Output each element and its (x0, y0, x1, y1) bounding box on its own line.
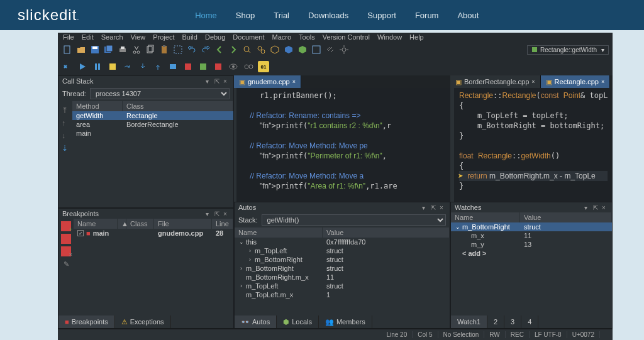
menu-tools[interactable]: Tools (299, 33, 315, 41)
dropdown-icon[interactable]: ▾ (422, 204, 428, 211)
editor-right[interactable]: Rectangle::Rectangle(const Point& topL {… (450, 88, 613, 202)
expand-icon[interactable]: ⌄ (238, 239, 244, 245)
stop-icon[interactable] (107, 61, 118, 72)
menu-debug[interactable]: Debug (205, 33, 225, 41)
cs-up-icon[interactable]: ↑ (62, 119, 69, 126)
disable-bp-icon[interactable] (197, 61, 209, 72)
step-into-icon[interactable] (137, 61, 148, 72)
autos-row[interactable]: ›m_BottomRightstruct (235, 264, 450, 273)
bp-edit-icon[interactable]: ✎ (61, 259, 71, 269)
toggle-bp-icon[interactable] (182, 61, 194, 72)
tab-autos[interactable]: 👓Autos (235, 315, 277, 328)
fullscreen-icon[interactable] (311, 44, 322, 55)
copy-icon[interactable] (145, 44, 156, 55)
callstack-row[interactable]: getWidthRectangle (72, 111, 233, 120)
menu-build[interactable]: Build (182, 33, 197, 41)
find-icon[interactable] (242, 44, 253, 55)
editor-tab[interactable]: ▣gnudemo.cpp × (234, 75, 301, 88)
checkbox-icon[interactable]: ✓ (77, 230, 84, 236)
editor-tab[interactable]: ▣BorderRectangle.cpp × (450, 75, 541, 88)
autos-row[interactable]: m_TopLeft.m_x1 (235, 290, 450, 299)
continue-icon[interactable] (77, 61, 88, 72)
watch-row[interactable]: ⌄m_BottomRightstruct (451, 222, 612, 231)
tab-members[interactable]: 👥Members (319, 315, 372, 328)
bp-add-icon[interactable]: + (61, 221, 71, 231)
menu-edit[interactable]: Edit (82, 33, 94, 41)
save-icon[interactable] (89, 44, 101, 55)
back-icon[interactable] (214, 44, 225, 55)
project-icon[interactable] (269, 44, 280, 55)
hex-icon[interactable]: 01 (258, 61, 269, 72)
expand-icon[interactable]: › (247, 248, 253, 254)
cut-icon[interactable] (131, 44, 142, 55)
autos-row[interactable]: ›m_TopLeftstruct (235, 246, 450, 255)
dropdown-icon[interactable]: ▾ (584, 204, 591, 211)
menu-view[interactable]: View (131, 33, 146, 41)
menu-search[interactable]: Search (101, 33, 123, 41)
nav-support[interactable]: Support (367, 11, 396, 20)
editor-tab[interactable]: ▣Rectangle.cpp × (541, 75, 611, 88)
build-icon[interactable] (283, 44, 294, 55)
menu-project[interactable]: Project (153, 33, 174, 41)
nav-home[interactable]: Home (195, 11, 217, 20)
pin-icon[interactable]: ⇱ (214, 211, 221, 217)
dropdown-icon[interactable]: ▾ (206, 211, 212, 217)
bp-delete-icon[interactable]: × (61, 246, 71, 256)
cs-top-icon[interactable]: ⤒ (62, 106, 69, 114)
menu-help[interactable]: Help (409, 33, 424, 41)
expand-icon[interactable]: › (238, 265, 244, 271)
autos-row[interactable]: ›m_TopLeftstruct (235, 282, 450, 290)
nav-downloads[interactable]: Downloads (308, 11, 348, 20)
pin-icon[interactable]: ⇱ (431, 204, 437, 211)
nav-about[interactable]: About (457, 11, 479, 20)
select-icon[interactable] (172, 44, 184, 55)
menu-document[interactable]: Document (233, 33, 264, 41)
expand-icon[interactable]: ⌄ (455, 224, 460, 230)
find-next-icon[interactable] (255, 44, 267, 55)
menu-version-control[interactable]: Version Control (323, 33, 370, 41)
watch-row[interactable]: m_x11 (451, 231, 612, 240)
save-all-icon[interactable] (103, 44, 114, 55)
tab-watch3[interactable]: 3 (504, 315, 521, 328)
settings-icon[interactable] (338, 44, 350, 55)
close-icon[interactable]: × (601, 79, 604, 85)
bp-remove-icon[interactable] (61, 234, 71, 244)
close-icon[interactable]: × (223, 211, 230, 217)
tab-watch2[interactable]: 2 (487, 315, 504, 328)
expand-icon[interactable]: › (247, 256, 253, 263)
paste-icon[interactable] (158, 44, 170, 55)
close-icon[interactable]: × (223, 78, 230, 84)
open-icon[interactable] (75, 44, 87, 55)
menu-macro[interactable]: Macro (272, 33, 292, 41)
menu-file[interactable]: File (63, 33, 74, 41)
thread-select[interactable]: process 14307 (90, 88, 230, 99)
sort-icon[interactable]: ▲ (118, 219, 126, 229)
context-dropdown[interactable]: Rectangle::getWidth▾ (527, 45, 609, 55)
watch-row[interactable]: < add > (451, 249, 612, 258)
step-out-icon[interactable] (152, 61, 164, 72)
specs-icon[interactable] (243, 61, 254, 72)
nav-shop[interactable]: Shop (236, 11, 255, 20)
watch-row[interactable]: m_y13 (451, 240, 612, 249)
new-file-icon[interactable] (62, 44, 73, 55)
close-icon[interactable]: × (531, 79, 535, 85)
close-icon[interactable]: × (602, 204, 608, 211)
cs-goto-icon[interactable]: ⇣ (62, 144, 69, 151)
tab-exceptions[interactable]: ⚠Exceptions (115, 315, 171, 328)
step-over-icon[interactable] (122, 61, 133, 72)
pause-icon[interactable] (92, 61, 103, 72)
tab-watch1[interactable]: Watch1 (451, 315, 487, 328)
autos-row[interactable]: m_BottomRight.m_x11 (235, 273, 450, 282)
cs-down-icon[interactable]: ↓ (62, 131, 69, 139)
forward-icon[interactable] (228, 44, 239, 55)
breakpoint-row[interactable]: ✓■ maingnudemo.cpp28 (74, 229, 233, 238)
menu-window[interactable]: Window (377, 33, 402, 41)
close-icon[interactable]: × (440, 204, 446, 211)
callstack-row[interactable]: areaBorderRectangle (72, 120, 233, 129)
tab-locals[interactable]: ⬢Locals (277, 315, 319, 328)
pin-icon[interactable]: ⇱ (593, 204, 599, 211)
redo-icon[interactable] (200, 44, 211, 55)
print-icon[interactable] (117, 44, 128, 55)
pin-icon[interactable]: ⇱ (214, 78, 221, 84)
close-icon[interactable]: × (292, 79, 296, 85)
